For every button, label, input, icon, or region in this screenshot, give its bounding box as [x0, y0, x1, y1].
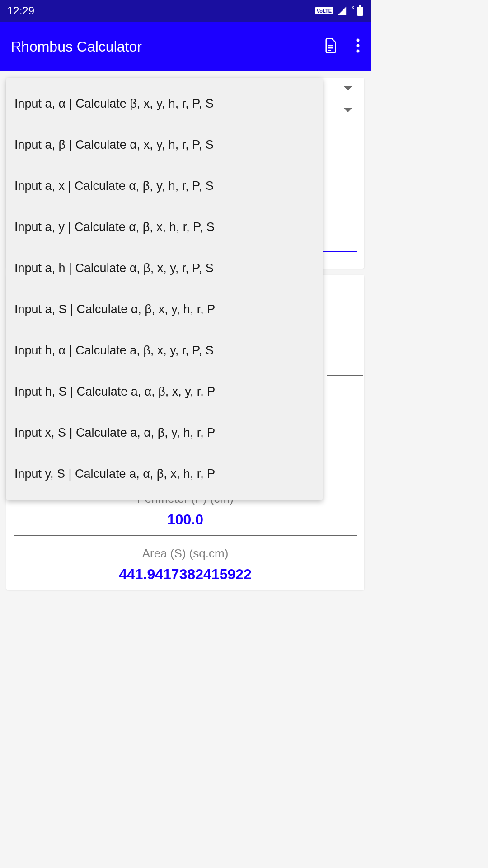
dropdown-option-0[interactable]: Input a, α | Calculate β, x, y, h, r, P,… [6, 83, 323, 124]
app-bar: Rhombus Calculator [0, 22, 371, 71]
svg-rect-0 [357, 7, 363, 16]
status-bar: 12:29 VoLTE x [0, 0, 371, 22]
battery-icon [357, 5, 363, 16]
dropdown-option-5[interactable]: Input a, S | Calculate α, β, x, y, h, r,… [6, 289, 323, 330]
svg-rect-1 [359, 5, 361, 7]
dropdown-trigger-2[interactable] [343, 108, 352, 112]
area-value: 441.9417382415922 [14, 566, 357, 583]
dropdown-trigger-1[interactable] [343, 86, 352, 90]
dropdown-option-4[interactable]: Input a, h | Calculate α, β, x, y, r, P,… [6, 248, 323, 289]
dropdown-option-6[interactable]: Input h, α | Calculate a, β, x, y, r, P,… [6, 330, 323, 371]
result-row-area: Area (S) (sq.cm) 441.9417382415922 [6, 543, 364, 590]
svg-point-6 [357, 44, 360, 47]
perimeter-value: 100.0 [14, 511, 357, 528]
svg-point-7 [357, 50, 360, 53]
status-icons: VoLTE x [315, 5, 363, 16]
signal-x-indicator: x [352, 4, 354, 10]
divider [327, 421, 363, 421]
signal-icon [337, 6, 347, 16]
document-icon[interactable] [324, 38, 338, 56]
status-time: 12:29 [7, 5, 34, 17]
svg-point-5 [357, 39, 360, 42]
dropdown-option-7[interactable]: Input h, S | Calculate a, α, β, x, y, r,… [6, 371, 323, 412]
app-bar-actions [324, 38, 360, 56]
dropdown-option-3[interactable]: Input a, y | Calculate α, β, x, h, r, P,… [6, 207, 323, 248]
overflow-menu-icon[interactable] [356, 38, 360, 55]
area-label: Area (S) (sq.cm) [14, 547, 357, 561]
divider [327, 330, 363, 330]
dropdown-option-2[interactable]: Input a, x | Calculate α, β, y, h, r, P,… [6, 165, 323, 207]
divider [327, 375, 363, 376]
dropdown-option-8[interactable]: Input x, S | Calculate a, α, β, y, h, r,… [6, 412, 323, 453]
calculation-mode-dropdown: Input a, α | Calculate β, x, y, h, r, P,… [6, 78, 323, 500]
dropdown-option-1[interactable]: Input a, β | Calculate α, x, y, h, r, P,… [6, 124, 323, 165]
dropdown-triggers [343, 78, 352, 112]
volte-badge: VoLTE [315, 7, 333, 14]
dropdown-option-9[interactable]: Input y, S | Calculate a, α, β, x, h, r,… [6, 453, 323, 495]
divider [327, 284, 363, 284]
app-title: Rhombus Calculator [11, 38, 142, 55]
divider [14, 535, 357, 536]
